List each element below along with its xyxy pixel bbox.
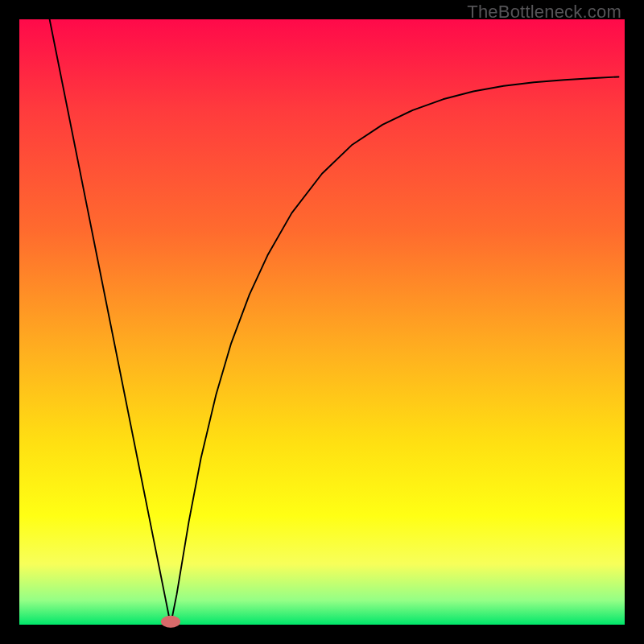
chart-container: TheBottleneck.com xyxy=(0,0,644,644)
watermark-label: TheBottleneck.com xyxy=(467,2,621,23)
optimum-marker xyxy=(161,616,180,628)
plot-svg xyxy=(19,19,625,625)
